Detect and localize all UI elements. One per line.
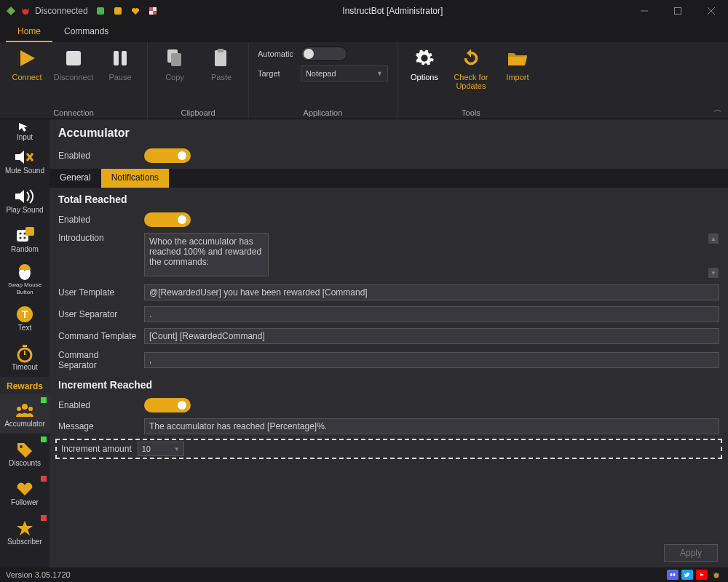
introduction-input[interactable] [144,233,269,276]
import-button[interactable]: Import [499,47,536,81]
automatic-label: Automatic [258,49,293,58]
scroll-up-icon[interactable]: ▲ [708,234,719,244]
status-badge [41,476,47,482]
play-icon [15,47,39,70]
connect-button[interactable]: Connect [9,47,45,81]
disconnect-button[interactable]: Disconnect [55,47,92,81]
stopwatch-icon [14,344,36,363]
mouse-icon [14,262,36,281]
target-label: Target [258,69,293,78]
devil-small-icon[interactable] [711,570,722,580]
sidebar-header-rewards[interactable]: Rewards [0,377,50,394]
introduction-label: Introduction [58,233,138,243]
menu-tabs: Home Commands [0,22,728,42]
sidebar-item-timeout[interactable]: Timeout [0,338,50,377]
copy-icon [163,47,186,70]
sidebar-item-discounts[interactable]: Discounts [0,434,50,473]
twitter-icon[interactable] [681,570,693,580]
svg-rect-6 [149,11,153,15]
sidebar-item-play-sound[interactable]: Play Sound [0,180,50,220]
scroll-down-icon[interactable]: ▼ [708,268,719,278]
ribbon-group-clipboard: Copy Paste Clipboard [148,42,249,119]
user-template-label: User Template [58,287,138,298]
sub-tabs: General Notifications [50,169,728,188]
subtab-notifications[interactable]: Notifications [101,169,169,188]
pause-button[interactable]: Pause [102,47,138,81]
target-select[interactable]: Notepad ▼ [301,65,388,81]
ribbon-group-tools: Options Check for Updates Import Tools [397,42,545,119]
discord-icon[interactable] [667,570,678,580]
svg-marker-0 [7,7,15,15]
command-template-input[interactable] [144,328,719,344]
stop-icon [62,47,85,70]
increment-enabled-toggle[interactable] [144,398,191,412]
people-icon [14,401,36,420]
svg-rect-1 [97,7,104,15]
svg-point-42 [673,573,676,576]
accumulator-enabled-toggle[interactable] [144,148,191,163]
increment-amount-highlight: Increment amount 10 ▼ [55,439,722,459]
chevron-down-icon: ▼ [174,446,180,453]
svg-rect-5 [153,7,157,11]
ribbon-group-label: Tools [462,107,480,117]
sidebar-item-swap-mouse[interactable]: Swap Mouse Button [0,259,50,298]
ribbon-collapse-icon[interactable]: ︿ [713,103,722,116]
svg-rect-12 [66,51,81,65]
close-button[interactable] [695,0,728,22]
chevron-down-icon: ▼ [376,70,383,77]
ribbon-group-label: Clipboard [181,107,215,117]
command-separator-input[interactable] [144,352,719,368]
increment-amount-select[interactable]: 10 ▼ [138,442,184,456]
maximize-button[interactable] [661,0,695,22]
tab-home[interactable]: Home [6,22,52,42]
ribbon: Connect Disconnect Pause Connection Copy… [0,42,728,119]
svg-marker-40 [17,521,33,535]
paste-button[interactable]: Paste [203,47,240,81]
sound-icon [14,187,36,206]
version-label: Version 3.05.1720 [6,570,71,579]
user-separator-input[interactable] [144,306,719,322]
sidebar-item-accumulator[interactable]: Accumulator [0,394,50,434]
main-panel: Accumulator Enabled General Notification… [50,119,728,567]
page-title: Accumulator [50,119,728,146]
message-input[interactable] [144,418,719,434]
connection-status: Disconnected [35,6,88,16]
puzzle-green-icon[interactable] [95,6,106,16]
sidebar-item-mute-sound[interactable]: Mute Sound [0,141,50,180]
svg-rect-16 [171,53,181,66]
ribbon-group-application: Automatic Target Notepad ▼ Application [249,42,397,119]
user-separator-label: User Separator [58,309,138,319]
puzzle-yellow-icon[interactable] [113,6,123,16]
mute-icon [14,148,36,167]
sidebar-item-follower[interactable]: Follower [0,473,50,512]
svg-rect-4 [153,11,157,15]
app-icon [6,6,16,16]
youtube-icon[interactable] [696,570,708,580]
window-title: InstructBot [Administrator] [158,6,628,16]
section-increment-reached: Increment Reached [50,373,728,395]
check-updates-button[interactable]: Check for Updates [453,47,489,90]
sidebar-item-subscriber[interactable]: Subscriber [0,512,50,551]
apply-button[interactable]: Apply [664,544,718,562]
svg-point-41 [670,573,673,576]
automatic-toggle[interactable] [301,47,347,61]
svg-marker-19 [19,123,28,132]
options-button[interactable]: Options [406,47,443,81]
minimize-button[interactable] [628,0,661,22]
sidebar-item-input[interactable]: Input [0,119,50,141]
sidebar-item-text[interactable]: T Text [0,298,50,338]
svg-rect-18 [218,49,223,52]
svg-point-28 [23,236,25,239]
user-template-input[interactable] [144,284,719,300]
svg-rect-29 [25,227,34,236]
flag-icon[interactable] [148,6,158,16]
subtab-general[interactable]: General [50,169,101,188]
total-enabled-label: Enabled [58,215,138,225]
total-enabled-toggle[interactable] [144,212,191,227]
tab-commands[interactable]: Commands [52,22,120,42]
increment-amount-label: Increment amount [58,444,132,454]
increment-enabled-label: Enabled [58,400,138,410]
heart-icon[interactable] [130,6,141,16]
sidebar-item-random[interactable]: Random [0,220,50,259]
copy-button[interactable]: Copy [157,47,193,81]
